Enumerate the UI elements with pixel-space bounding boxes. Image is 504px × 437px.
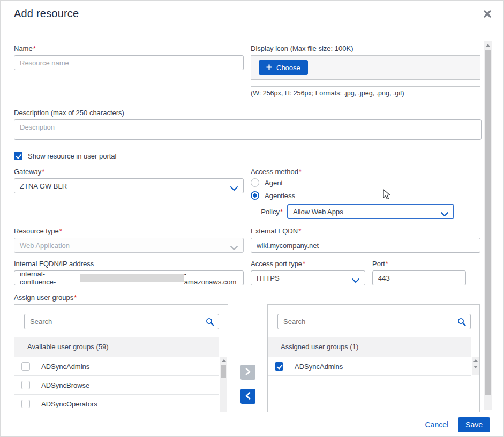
access-method-agent-label: Agent [265,179,283,187]
available-groups-header: Available user groups (59) [14,337,219,357]
list-item[interactable]: ADSyncBrowse [14,376,219,395]
external-fqdn-label: External FQDN* [251,227,480,235]
close-icon[interactable] [482,9,493,19]
access-port-type-label: Access port type* [251,260,365,268]
chevron-left-icon [245,392,251,401]
move-left-button[interactable] [240,389,255,404]
list-item[interactable]: ADSyncOperators [14,395,219,412]
chevron-down-icon [441,210,448,218]
scroll-up-icon[interactable] [472,357,479,364]
search-icon[interactable] [457,318,466,328]
chevron-right-icon [245,368,251,377]
choose-file-button[interactable]: Choose [259,60,308,75]
name-input[interactable] [14,55,244,70]
add-resource-dialog: Add resource Name* Display icon (Max fil… [0,0,504,437]
available-groups-panel: Available user groups (59) ADSyncAdmins … [14,304,228,412]
assign-user-groups-label: Assign user groups* [14,293,480,302]
description-input[interactable] [14,119,482,140]
plus-icon [266,64,272,72]
access-method-agent-radio[interactable] [251,178,259,187]
scroll-up-icon[interactable] [220,357,227,364]
description-label: Description (max of 250 characters) [14,109,480,117]
cancel-button[interactable]: Cancel [425,420,448,429]
icon-upload-dropzone[interactable]: Choose [251,55,480,80]
gateway-label: Gateway* [14,168,244,176]
access-method-agentless-label: Agentless [265,192,295,200]
dialog-header: Add resource [1,1,503,27]
assigned-list-scrollbar[interactable] [472,357,479,375]
icon-format-hint: (W: 256px, H: 256px; Formats: .jpg, .jpe… [251,89,480,97]
scrollbar-thumb[interactable] [221,365,226,378]
resource-type-label: Resource type* [14,227,244,235]
dialog-scrollbar[interactable] [484,41,492,410]
group-checkbox[interactable] [21,381,30,389]
assigned-groups-header: Assigned user groups (1) [268,337,471,357]
available-groups-search-input[interactable] [24,314,219,329]
gateway-select[interactable]: ZTNA GW BLR [14,178,244,193]
show-in-portal-label: Show resource in user portal [28,152,116,160]
access-port-type-select[interactable]: HTTPS [251,270,365,285]
group-checkbox[interactable] [21,362,30,371]
assigned-groups-search-input[interactable] [277,314,471,329]
port-label: Port* [372,260,466,268]
redacted-text-block [80,274,184,282]
policy-label: Policy* [260,208,283,216]
display-icon-label: Display icon (Max file size: 100K) [251,44,480,52]
chevron-down-icon [230,184,238,192]
resource-type-select: Web Application [14,238,244,253]
external-fqdn-input[interactable] [251,238,480,253]
access-method-label: Access method* [251,168,480,176]
group-checkbox[interactable] [275,362,283,371]
scrollbar-thumb[interactable] [485,50,491,395]
dialog-footer: Cancel Save [1,412,503,436]
chevron-down-icon [230,244,238,252]
available-list-scrollbar[interactable] [220,357,227,412]
internal-fqdn-input[interactable]: internal-confluence- -amazonaws.com [14,270,244,285]
access-method-agentless-radio[interactable] [251,191,259,200]
chevron-down-icon [352,276,359,284]
dialog-title: Add resource [14,7,79,20]
search-icon[interactable] [206,318,214,328]
scroll-down-icon[interactable] [472,364,479,370]
list-item[interactable]: ADSyncAdmins [268,357,471,376]
save-button[interactable]: Save [458,417,490,432]
dialog-body: Name* Display icon (Max file size: 100K)… [1,27,503,412]
port-input[interactable] [372,270,466,285]
icon-upload-filename-strip [251,80,480,87]
move-right-button [240,365,255,380]
name-label: Name* [14,44,244,52]
assigned-groups-panel: Assigned user groups (1) ADSyncAdmins [267,304,480,412]
list-item[interactable]: ADSyncAdmins [14,357,219,376]
scroll-up-icon[interactable] [484,41,492,49]
transfer-controls [228,304,267,412]
group-checkbox[interactable] [21,400,30,408]
show-in-portal-checkbox[interactable] [14,152,22,160]
policy-select[interactable]: Allow Web Apps [287,204,454,219]
internal-fqdn-label: Internal FQDN/IP address [14,260,244,268]
